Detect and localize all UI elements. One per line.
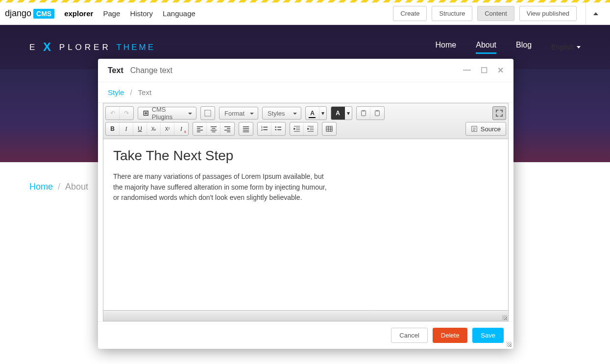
align-right-icon[interactable] [220,122,234,135]
styles-select[interactable]: Styles [262,107,301,120]
bold-icon[interactable]: B [106,122,120,135]
crumb-style[interactable]: Style [108,88,124,97]
bg-color-group: A ▾ [331,106,352,120]
modal-resize-handle[interactable] [507,342,512,347]
paste-group [356,106,385,120]
subscript-icon[interactable]: X₂ [147,122,161,135]
svg-rect-4 [362,110,365,112]
format-label: Format [224,110,244,117]
language-label: English [551,43,574,51]
create-button[interactable]: Create [393,6,427,21]
admin-link-language[interactable]: Language [163,9,195,18]
styles-label: Styles [268,110,285,117]
cancel-button[interactable]: Cancel [391,328,427,343]
view-published-button[interactable]: View published [519,6,577,21]
admin-link-page[interactable]: Page [103,9,120,18]
nav-home[interactable]: Home [436,41,457,54]
text-color-icon[interactable]: A [306,107,319,120]
undo-redo-group: ↶ ↷ [105,106,134,120]
svg-rect-11 [326,126,332,132]
table-icon[interactable] [322,122,336,135]
cms-plugins-select[interactable]: CMS Plugins [138,107,196,120]
svg-point-9 [275,126,276,128]
editor-status-bar [103,311,509,321]
maximize-icon[interactable]: ☐ [481,66,488,75]
cms-logo[interactable]: django CMS [5,8,54,19]
show-blocks-group [200,106,215,120]
logo-text: django [5,8,31,19]
svg-point-10 [275,129,276,130]
text-editor-modal: Text Change text — ☐ ✕ Style / Text ↶ ↷ … [98,59,513,349]
save-button[interactable]: Save [472,328,504,343]
breadcrumb-sep: / [58,182,60,192]
nav-language[interactable]: English [551,41,581,54]
content-heading[interactable]: Take The Next Step [113,148,498,164]
show-blocks-icon[interactable] [201,107,215,120]
modal-header[interactable]: Text Change text — ☐ ✕ [98,59,513,82]
editor-content[interactable]: Take The Next Step There are many variat… [103,139,509,311]
structure-button[interactable]: Structure [432,6,472,21]
modal-footer: Cancel Delete Save [98,321,513,349]
crumb-text: Text [138,88,152,97]
align-left-icon[interactable] [193,122,207,135]
italic-icon[interactable]: I [120,122,133,135]
delete-button[interactable]: Delete [433,328,468,343]
content-button[interactable]: Content [477,6,514,21]
text-color-dropdown-icon[interactable]: ▾ [319,107,326,120]
undo-icon[interactable]: ↶ [106,107,120,120]
paste-text-icon[interactable] [357,107,370,120]
breadcrumb-home[interactable]: Home [29,182,53,192]
source-button[interactable]: Source [465,122,506,136]
redo-icon[interactable]: ↷ [120,107,133,120]
indent-group [290,122,318,136]
caret-down-icon [577,46,581,49]
content-paragraph[interactable]: There are many variations of passages of… [113,171,329,203]
format-select[interactable]: Format [219,107,258,120]
admin-link-explorer[interactable]: explorer [64,9,93,18]
source-label: Source [481,125,501,133]
admin-right: Create Structure Content View published [393,2,605,25]
font-style-group: B I U X₂ X² Ix [105,122,189,136]
remove-format-icon[interactable]: Ix [174,122,188,135]
brand-x: X [43,40,54,53]
editor-resize-handle[interactable] [502,315,507,320]
align-center-icon[interactable] [207,122,220,135]
svg-rect-2 [205,110,211,116]
breadcrumb-current: About [65,182,88,192]
bg-color-icon[interactable]: A [331,107,345,120]
caret-up-icon [593,12,598,15]
table-group [322,122,337,136]
collapse-toolbar-button[interactable] [586,2,605,25]
plugins-icon [143,110,149,117]
nav-blog[interactable]: Blog [516,41,532,54]
svg-text:2: 2 [261,128,263,131]
site-nav: Home About Blog English [436,41,581,54]
brand-theme: THEME [116,43,155,52]
align-justify-icon[interactable] [239,122,253,135]
modal-breadcrumb: Style / Text [98,82,513,103]
source-icon [471,125,478,132]
brand-e: E [29,43,38,52]
paste-word-icon[interactable] [370,107,384,120]
minimize-icon[interactable]: — [463,66,471,75]
logo-badge: CMS [33,9,54,19]
numbered-list-icon[interactable]: 12 [258,122,271,135]
bullet-list-icon[interactable] [271,122,285,135]
maximize-editor-icon[interactable] [492,106,506,120]
justify-group [239,122,253,136]
superscript-icon[interactable]: X² [161,122,174,135]
list-group: 12 [257,122,286,136]
bg-color-dropdown-icon[interactable]: ▾ [345,107,352,120]
modal-controls: — ☐ ✕ [463,66,504,75]
site-brand[interactable]: E X PLORER THEME [29,40,155,54]
underline-icon[interactable]: U [133,122,147,135]
svg-rect-6 [376,110,378,112]
close-icon[interactable]: ✕ [497,66,504,75]
admin-link-history[interactable]: History [130,9,153,18]
indent-icon[interactable] [304,122,317,135]
outdent-icon[interactable] [290,122,304,135]
nav-about[interactable]: About [476,41,496,54]
brand-plorer: PLORER [59,43,111,52]
admin-toolbar: django CMS explorer Page History Languag… [0,2,610,25]
crumb-sep: / [130,88,132,97]
